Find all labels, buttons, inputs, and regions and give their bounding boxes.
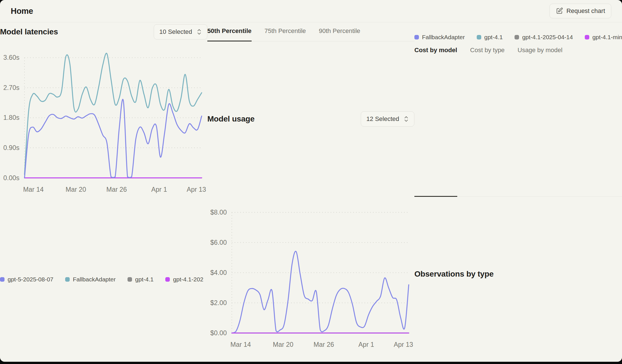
dashboard-grid: Model latencies 10 Selected 50th Percent… <box>0 22 622 362</box>
request-chart-label: Request chart <box>566 7 605 15</box>
edit-chart-icon <box>556 7 563 15</box>
request-chart-button[interactable]: Request chart <box>550 4 611 18</box>
page-title: Home <box>11 6 33 16</box>
header: Home Request chart <box>0 0 622 22</box>
dashboard-window: Home Request chart Model latencies 10 Se… <box>0 0 622 362</box>
